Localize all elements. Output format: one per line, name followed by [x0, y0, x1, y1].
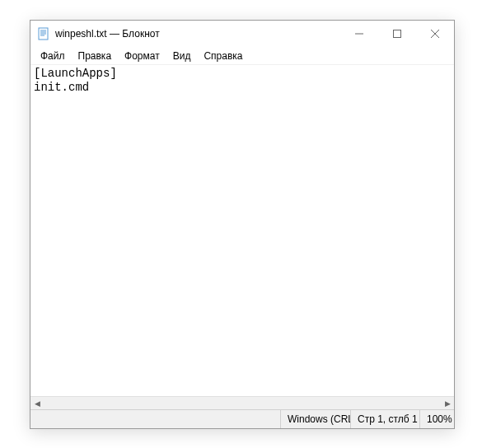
window-title: winpeshl.txt — Блокнот: [55, 28, 340, 40]
svg-rect-6: [394, 30, 401, 38]
status-position: Стр 1, стлб 1: [350, 410, 419, 428]
menu-file[interactable]: Файл: [34, 49, 72, 63]
notepad-icon: [37, 27, 50, 40]
minimize-button[interactable]: [340, 21, 378, 47]
menubar: Файл Правка Формат Вид Справка: [30, 47, 454, 65]
notepad-window: winpeshl.txt — Блокнот Файл Правка Форма…: [30, 20, 455, 429]
scroll-right-icon[interactable]: ▶: [441, 397, 454, 410]
maximize-button[interactable]: [378, 21, 416, 47]
close-button[interactable]: [416, 21, 454, 47]
titlebar[interactable]: winpeshl.txt — Блокнот: [30, 21, 454, 47]
horizontal-scrollbar[interactable]: ◀ ▶: [30, 396, 454, 409]
menu-help[interactable]: Справка: [197, 49, 249, 63]
scroll-track[interactable]: [44, 397, 441, 409]
statusbar: Windows (CRL Стр 1, стлб 1 100%: [30, 409, 454, 428]
menu-format[interactable]: Формат: [118, 49, 166, 63]
menu-edit[interactable]: Правка: [72, 49, 119, 63]
status-zoom: 100%: [419, 410, 454, 428]
window-controls: [340, 21, 454, 47]
status-encoding: Windows (CRL: [280, 410, 350, 428]
text-editor[interactable]: [LaunchApps] init.cmd: [30, 65, 454, 396]
scroll-left-icon[interactable]: ◀: [30, 397, 44, 410]
menu-view[interactable]: Вид: [166, 49, 198, 63]
